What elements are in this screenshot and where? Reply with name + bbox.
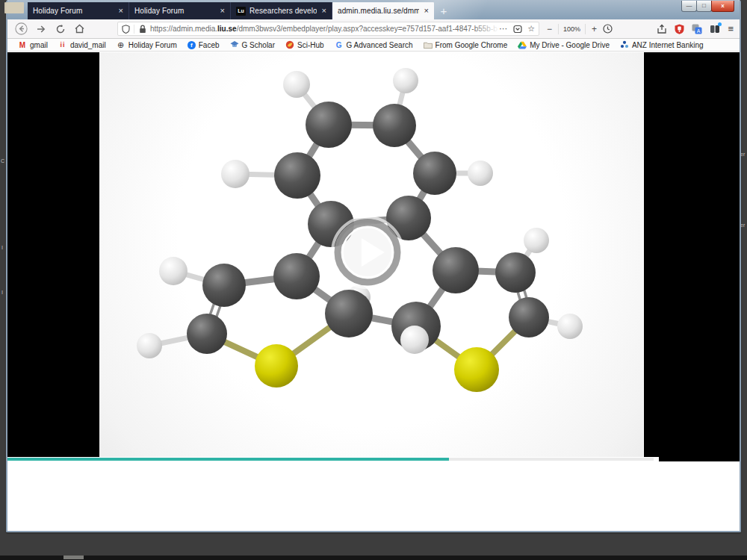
bookmark-star-icon[interactable]: ☆ xyxy=(527,24,535,34)
bookmark-label: G Advanced Search xyxy=(347,41,413,49)
gmail-icon: M xyxy=(18,40,27,49)
translate-extension-icon[interactable]: A xyxy=(692,24,702,34)
desktop-icon-label-fragment: I xyxy=(1,245,3,250)
page-actions-icon[interactable]: ⋯ xyxy=(499,24,508,34)
adblock-icon[interactable] xyxy=(675,24,684,34)
save-page-extension-icon[interactable] xyxy=(657,24,667,34)
tab-close-icon[interactable]: × xyxy=(320,7,326,15)
history-clock-icon[interactable] xyxy=(603,24,613,34)
globe-icon: ⊕ xyxy=(117,40,125,49)
forward-button[interactable] xyxy=(34,22,47,35)
taskbar[interactable] xyxy=(0,556,747,560)
hydrogen-atom xyxy=(524,228,549,253)
tab-title: Researchers develop molecule xyxy=(249,7,317,15)
tab-close-icon[interactable]: × xyxy=(219,7,225,15)
tab-title: admin.media.liu.se/dmm3bwsv3/e xyxy=(338,7,419,15)
bookmark-label: gmail xyxy=(30,41,48,49)
bookmark-item[interactable]: ⊕Holiday Forum xyxy=(117,40,177,49)
maximize-button[interactable]: □ xyxy=(696,1,712,12)
progress-played xyxy=(7,458,449,461)
notification-dot xyxy=(718,22,722,26)
carbon-atom xyxy=(273,253,320,299)
bookmark-item[interactable]: iidavid_mail xyxy=(58,40,106,49)
video-pillarbox-left xyxy=(7,52,99,457)
back-button[interactable] xyxy=(15,22,28,35)
extension-icon[interactable] xyxy=(710,24,720,34)
bookmark-item[interactable]: My Drive - Google Drive xyxy=(518,40,610,49)
desktop-icon-label-fragment: C xyxy=(1,158,4,164)
carbon-atom xyxy=(187,314,227,354)
bookmark-label: G Scholar xyxy=(242,41,275,49)
site-security-icons xyxy=(122,25,134,34)
bookmark-item[interactable]: ANZ Internet Banking xyxy=(620,40,704,49)
tab-title: Holiday Forum xyxy=(134,7,215,15)
video-pillarbox-right xyxy=(644,52,740,461)
bookmark-label: Sci-Hub xyxy=(297,41,324,49)
tab-close-icon[interactable]: × xyxy=(423,7,429,15)
zoom-level-indicator[interactable]: 100% xyxy=(558,24,586,34)
tab[interactable]: Holiday Forum× xyxy=(129,2,231,19)
carbon-atom xyxy=(306,102,352,148)
sulfur-atom xyxy=(454,347,499,392)
scholar-icon xyxy=(230,40,239,49)
progress-track xyxy=(449,458,654,461)
carbon-atom xyxy=(325,290,373,337)
window-controls: — □ x xyxy=(682,1,734,12)
play-button[interactable] xyxy=(330,215,405,290)
video-player[interactable] xyxy=(99,52,643,457)
video-progress-bar[interactable] xyxy=(7,457,740,461)
zoom-out-button[interactable]: − xyxy=(547,24,552,34)
bookmark-item[interactable]: G Scholar xyxy=(230,40,275,49)
carbon-atom xyxy=(509,297,549,337)
bookmark-label: My Drive - Google Drive xyxy=(530,41,610,49)
url-bar[interactable]: https://admin.media.liu.se/dmm3bwsv3/emb… xyxy=(117,22,539,36)
sulfur-atom xyxy=(255,344,298,388)
home-button[interactable] xyxy=(73,22,86,35)
carbon-atom xyxy=(373,104,416,147)
bookmark-item[interactable]: GG Advanced Search xyxy=(335,40,413,49)
navigation-toolbar: https://admin.media.liu.se/dmm3bwsv3/emb… xyxy=(7,19,740,39)
pocket-icon[interactable] xyxy=(513,25,522,34)
pause-icon: ii xyxy=(58,40,67,49)
scihub-icon xyxy=(285,40,294,49)
zoom-in-button[interactable]: + xyxy=(592,24,597,34)
pillarbox-corner xyxy=(659,457,740,461)
desktop-icon-label-fragment: I xyxy=(1,290,3,295)
bookmark-item[interactable]: Sci-Hub xyxy=(285,40,324,49)
tracking-shield-icon xyxy=(122,25,130,34)
hydrogen-atom xyxy=(468,161,493,186)
tab-strip: Holiday Forum×Holiday Forum×LuResearcher… xyxy=(28,2,453,19)
bookmark-label: ANZ Internet Banking xyxy=(632,41,704,49)
hydrogen-atom xyxy=(400,326,429,354)
carbon-atom xyxy=(202,264,246,307)
close-button[interactable]: x xyxy=(711,1,734,12)
carbon-atom xyxy=(274,152,320,199)
bookmark-item[interactable]: fFaceb xyxy=(187,41,220,49)
carbon-atom xyxy=(433,247,479,293)
lock-icon xyxy=(139,25,146,34)
reload-button[interactable] xyxy=(54,22,66,35)
bookmark-label: Holiday Forum xyxy=(128,41,177,49)
tab[interactable]: Holiday Forum× xyxy=(28,2,129,19)
hydrogen-atom xyxy=(159,257,187,285)
bookmark-item[interactable]: Mgmail xyxy=(18,40,48,49)
drive-icon xyxy=(518,40,527,49)
desktop-icon-fragment xyxy=(4,2,24,13)
minimize-button[interactable]: — xyxy=(681,1,697,12)
menu-icon[interactable]: ≡ xyxy=(728,23,734,34)
hydrogen-atom xyxy=(557,314,583,339)
url-text: https://admin.media.liu.se/dmm3bwsv3/emb… xyxy=(150,24,499,34)
hydrogen-atom xyxy=(393,68,418,93)
hydrogen-atom xyxy=(221,160,249,188)
tab[interactable]: LuResearchers develop molecule× xyxy=(231,2,332,19)
tab-active[interactable]: admin.media.liu.se/dmm3bwsv3/e× xyxy=(332,2,434,19)
taskbar-app-button[interactable] xyxy=(63,556,84,559)
bookmark-item[interactable]: From Google Chrome xyxy=(424,40,508,49)
new-tab-button[interactable]: + xyxy=(434,2,453,19)
browser-window: Holiday Forum×Holiday Forum×LuResearcher… xyxy=(6,0,741,532)
liu-favicon: Lu xyxy=(236,7,246,16)
svg-text:A: A xyxy=(697,28,701,33)
window-titlebar[interactable]: Holiday Forum×Holiday Forum×LuResearcher… xyxy=(7,0,740,19)
anz-icon xyxy=(620,40,629,49)
tab-close-icon[interactable]: × xyxy=(117,7,123,15)
